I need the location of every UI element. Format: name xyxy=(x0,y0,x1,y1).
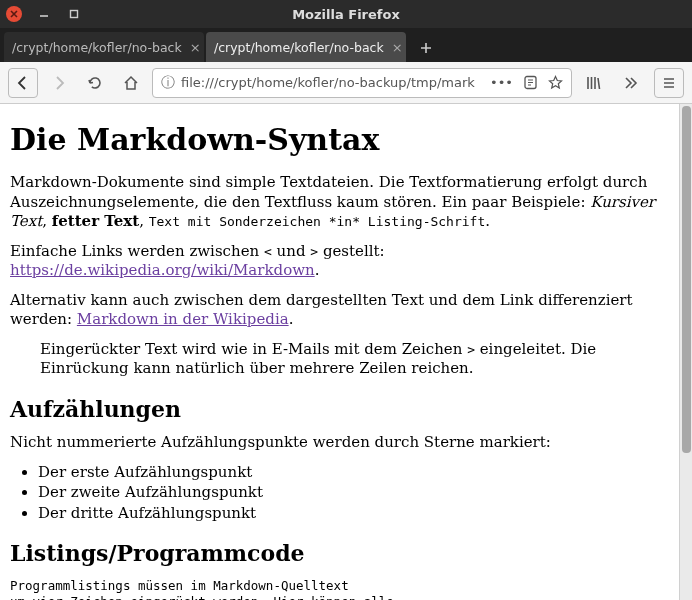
bookmark-star-icon[interactable] xyxy=(548,75,563,90)
plus-icon xyxy=(420,42,432,54)
tab-label: /crypt/home/kofler/no-back xyxy=(12,40,182,55)
tab-active[interactable]: /crypt/home/kofler/no-back × xyxy=(206,32,406,62)
url-text: file:///crypt/home/kofler/no-backup/tmp/… xyxy=(181,75,475,90)
svg-rect-0 xyxy=(71,11,78,18)
content-viewport: Die Markdown-Syntax Markdown-Dokumente s… xyxy=(0,104,692,600)
app-menu-button[interactable] xyxy=(654,68,684,98)
document-body: Die Markdown-Syntax Markdown-Dokumente s… xyxy=(0,104,678,600)
forward-button[interactable] xyxy=(44,68,74,98)
page-actions-icon[interactable]: ••• xyxy=(490,75,513,90)
arrow-right-icon xyxy=(51,75,67,91)
library-icon xyxy=(585,75,601,91)
scroll-thumb[interactable] xyxy=(682,106,691,453)
vertical-scrollbar[interactable] xyxy=(679,104,692,600)
reload-icon xyxy=(87,75,103,91)
chevron-double-right-icon xyxy=(623,75,639,91)
paragraph-links: Einfache Links werden zwischen < und > g… xyxy=(10,242,666,281)
url-bar[interactable]: ⓘ file:///crypt/home/kofler/no-backup/tm… xyxy=(152,68,572,98)
blockquote: Eingerückter Text wird wie in E-Mails mi… xyxy=(40,340,666,379)
heading-lists: Aufzählungen xyxy=(10,395,666,424)
list-item: Der dritte Aufzählungspunkt xyxy=(38,504,666,524)
home-icon xyxy=(123,75,139,91)
arrow-left-icon xyxy=(15,75,31,91)
list-item: Der zweite Aufzählungspunkt xyxy=(38,483,666,503)
window-maximize-button[interactable] xyxy=(66,6,82,22)
tab-inactive[interactable]: /crypt/home/kofler/no-back × xyxy=(4,32,204,62)
home-button[interactable] xyxy=(116,68,146,98)
code-text: Text mit Sonderzeichen *in* Listing-Schr… xyxy=(149,214,486,229)
hamburger-icon xyxy=(662,76,676,90)
back-button[interactable] xyxy=(8,68,38,98)
paragraph-link-alt: Alternativ kann auch zwischen dem darges… xyxy=(10,291,666,330)
window-title: Mozilla Firefox xyxy=(0,7,692,22)
window-minimize-button[interactable] xyxy=(36,6,52,22)
toolbar: ⓘ file:///crypt/home/kofler/no-backup/tm… xyxy=(0,62,692,104)
page-heading: Die Markdown-Syntax xyxy=(10,120,666,159)
window-close-button[interactable] xyxy=(6,6,22,22)
close-icon xyxy=(10,10,18,18)
site-info-icon[interactable]: ⓘ xyxy=(161,74,175,92)
list-item: Der erste Aufzählungspunkt xyxy=(38,463,666,483)
heading-listings: Listings/Programmcode xyxy=(10,539,666,568)
minimize-icon xyxy=(39,9,49,19)
tab-label: /crypt/home/kofler/no-back xyxy=(214,40,384,55)
new-tab-button[interactable] xyxy=(412,34,440,62)
link-wikipedia-url[interactable]: https://de.wikipedia.org/wiki/Markdown xyxy=(10,261,315,279)
tab-strip: /crypt/home/kofler/no-back × /crypt/home… xyxy=(0,28,692,62)
reload-button[interactable] xyxy=(80,68,110,98)
maximize-icon xyxy=(69,9,79,19)
tab-close-button[interactable]: × xyxy=(190,40,201,55)
bold-text: fetter Text xyxy=(52,212,139,230)
bullet-list: Der erste Aufzählungspunkt Der zweite Au… xyxy=(10,463,666,524)
code-block: Programmlistings müssen im Markdown-Quel… xyxy=(10,578,666,600)
reader-mode-icon[interactable] xyxy=(523,75,538,90)
tab-close-button[interactable]: × xyxy=(392,40,403,55)
link-wikipedia-text[interactable]: Markdown in der Wikipedia xyxy=(77,310,289,328)
paragraph-intro: Markdown-Dokumente sind simple Textdatei… xyxy=(10,173,666,232)
library-button[interactable] xyxy=(578,68,608,98)
paragraph-lists: Nicht nummerierte Aufzählungspunkte werd… xyxy=(10,433,666,453)
overflow-button[interactable] xyxy=(616,68,646,98)
window-titlebar: Mozilla Firefox xyxy=(0,0,692,28)
